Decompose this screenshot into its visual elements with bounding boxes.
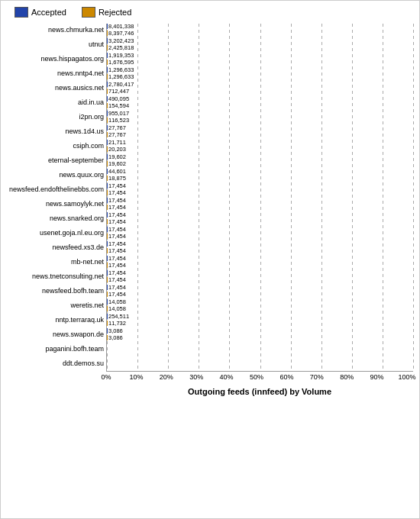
y-label: ddt.demos.su — [7, 357, 104, 369]
bar-accepted-row: 17,454 — [107, 212, 126, 218]
bar-accepted-row: 1,919,353 — [107, 53, 134, 58]
bar-rejected-row: 116,523 — [107, 118, 129, 123]
bar-accepted-row: 17,454 — [107, 183, 126, 189]
bar-accepted-row: 254,511 — [107, 314, 129, 319]
x-axis-label: 30% — [189, 373, 203, 381]
bar-accepted-row: 490,095 — [107, 96, 129, 102]
bar-accepted-row: 17,454 — [107, 270, 126, 276]
bar-accepted-row: 21,711 — [107, 140, 126, 145]
legend: Accepted Rejected — [15, 7, 413, 18]
x-axis-label: 40% — [220, 373, 234, 381]
bar-accepted-row: 17,454 — [107, 198, 126, 203]
x-axis-label: 20% — [160, 373, 173, 381]
bar-rejected-row: 17,454 — [107, 234, 126, 239]
legend-accepted: Accepted — [15, 7, 66, 18]
y-label: news.tnetconsulting.net — [7, 270, 104, 282]
bar-rejected-row: 17,454 — [107, 248, 126, 253]
bar-rejected-row: 11,732 — [107, 321, 126, 326]
y-label: newsfeed.xs3.de — [7, 241, 104, 253]
x-axis-label: 60% — [279, 373, 293, 381]
y-label: news.snarked.org — [7, 212, 104, 224]
bar-accepted-row — [107, 343, 108, 348]
y-label: news.samoylyk.net — [7, 198, 104, 210]
y-label: eternal-september — [7, 154, 104, 166]
bar-accepted-row: 44,601 — [107, 169, 126, 174]
bar-rejected-row — [107, 350, 108, 355]
y-label: news.1d4.us — [7, 125, 104, 137]
y-label: utnut — [7, 38, 104, 50]
y-label: paganini.bofh.team — [7, 343, 104, 355]
legend-rejected-box — [82, 7, 95, 18]
bar-rejected-row: 17,454 — [107, 277, 126, 282]
y-labels: news.chmurka.netutnutnews.hispagatos.org… — [7, 24, 106, 372]
bar-accepted-row: 955,017 — [107, 111, 129, 116]
bar-rejected-row: 17,454 — [107, 219, 126, 224]
bar-rejected-row: 8,397,746 — [107, 31, 134, 36]
y-label: newsfeed.endofthelinebbs.com — [7, 183, 104, 195]
x-axis-label: 90% — [370, 373, 384, 381]
bar-accepted-row: 2,780,417 — [107, 82, 134, 87]
bar-rejected-row: 1,296,633 — [107, 74, 134, 79]
chart-title: Outgoing feeds (innfeed) by Volume — [106, 387, 413, 396]
y-label: news.chmurka.net — [7, 24, 104, 36]
bar-rejected-row: 27,767 — [107, 132, 126, 137]
bar-rejected-row: 3,086 — [107, 335, 123, 340]
bar-rejected-row: 19,602 — [107, 161, 126, 166]
bar-rejected-row: 18,875 — [107, 176, 126, 181]
bar-rejected-row: 14,058 — [107, 306, 126, 311]
bars-area: 8,401,3388,397,7463,202,4232,425,8181,91… — [106, 24, 413, 372]
bar-accepted-row: 14,058 — [107, 299, 126, 305]
legend-accepted-box — [15, 7, 28, 18]
x-axis-label: 10% — [129, 373, 143, 381]
bar-rejected-row: 154,594 — [107, 103, 129, 108]
y-label: weretis.net — [7, 299, 104, 311]
bar-rejected-row — [107, 364, 108, 369]
bar-rejected-row: 17,454 — [107, 263, 126, 268]
bar-accepted-row: 1,296,633 — [107, 67, 134, 73]
x-axis-label: 70% — [310, 373, 324, 381]
y-label: newsfeed.bofh.team — [7, 285, 104, 297]
y-label: news.ausics.net — [7, 82, 104, 94]
bar-rejected-row: 20,203 — [107, 147, 126, 152]
x-axis-label: 50% — [250, 373, 263, 381]
bar-rejected-row: 2,425,818 — [107, 45, 134, 50]
legend-rejected: Rejected — [82, 7, 131, 18]
bar-accepted-row: 19,602 — [107, 154, 126, 160]
bar-rejected-row: 17,454 — [107, 205, 126, 210]
bar-accepted-row: 27,767 — [107, 125, 126, 131]
y-label: i2pn.org — [7, 111, 104, 123]
bar-accepted-row: 3,202,423 — [107, 38, 134, 44]
bar-accepted-row: 17,454 — [107, 241, 126, 247]
chart-body: news.chmurka.netutnutnews.hispagatos.org… — [7, 24, 413, 372]
y-label: aid.in.ua — [7, 96, 104, 108]
bars-wrapper: 8,401,3388,397,7463,202,4232,425,8181,91… — [106, 24, 413, 372]
x-axis-labels: 0%10%20%30%40%50%60%70%80%90%100% — [106, 373, 407, 384]
legend-accepted-label: Accepted — [31, 8, 66, 17]
y-label: news.nntp4.net — [7, 67, 104, 79]
bar-rejected-row: 1,676,595 — [107, 60, 134, 65]
bar-accepted-row — [107, 357, 108, 363]
y-label: news.hispagatos.org — [7, 53, 104, 65]
chart-container: Accepted Rejected news.chmurka.netutnutn… — [0, 0, 420, 519]
bar-rejected-row: 17,454 — [107, 292, 126, 297]
bar-accepted-row: 17,454 — [107, 256, 126, 261]
x-axis-label: 0% — [101, 373, 111, 381]
bar-accepted-row: 3,086 — [107, 328, 123, 334]
y-label: news.swapon.de — [7, 328, 104, 340]
y-label: news.quux.org — [7, 169, 104, 181]
y-label: nntp.terraraq.uk — [7, 314, 104, 326]
bar-rejected-row: 712,447 — [107, 89, 129, 94]
bar-accepted-row: 17,454 — [107, 285, 126, 290]
x-axis-label: 100% — [398, 373, 415, 381]
bar-accepted-row: 17,454 — [107, 227, 126, 232]
bar-rejected-row: 17,454 — [107, 190, 126, 195]
y-label: csiph.com — [7, 140, 104, 152]
y-label: mb-net.net — [7, 256, 104, 268]
x-axis-label: 80% — [340, 373, 354, 381]
y-label: usenet.goja.nl.eu.org — [7, 227, 104, 239]
legend-rejected-label: Rejected — [99, 8, 131, 17]
bar-accepted-row: 8,401,338 — [107, 24, 134, 29]
